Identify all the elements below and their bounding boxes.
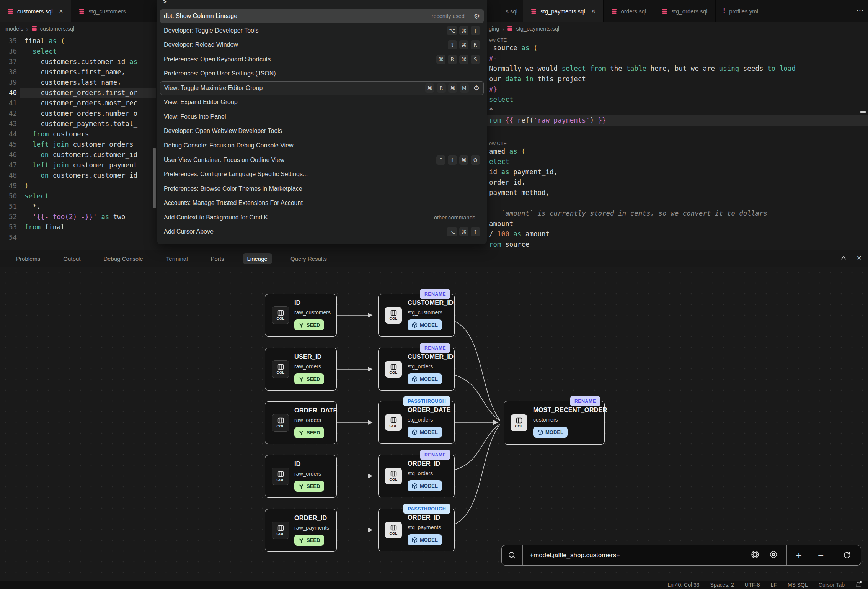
tab-label: s.sql bbox=[506, 8, 517, 15]
code-line: *, bbox=[24, 201, 41, 212]
code-line: customer_orders.most_rec bbox=[24, 98, 137, 108]
node-model-name: raw_orders bbox=[294, 363, 321, 370]
palette-item-preferences-open-user-settings-json[interactable]: Preferences: Open User Settings (JSON) bbox=[160, 67, 484, 80]
code-line: rom source bbox=[489, 239, 529, 250]
panel-tab-ports[interactable]: Ports bbox=[206, 253, 228, 264]
tab-profiles-yml[interactable]: !profiles.yml bbox=[716, 0, 767, 22]
lineage-node-order_id-stg_payments[interactable]: COLORDER_IDstg_paymentsMODELPASSTHROUGH bbox=[378, 509, 455, 551]
tab-s-sql[interactable]: s.sql bbox=[487, 0, 523, 22]
code-line: left join customer_orders bbox=[24, 139, 133, 150]
palette-item-preferences-browse-color-themes-in-marketplace[interactable]: Preferences: Browse Color Themes in Mark… bbox=[160, 182, 484, 196]
keybinding-chip: M bbox=[460, 83, 469, 93]
tab-label: stg_customers bbox=[88, 8, 126, 15]
keybinding-chip: R bbox=[471, 40, 480, 49]
zoom-out-button[interactable]: − bbox=[816, 550, 825, 561]
palette-item-developer-open-webview-developer-tools[interactable]: Developer: Open Webview Developer Tools bbox=[160, 124, 484, 138]
keybinding-chip: I bbox=[471, 26, 480, 35]
seed-badge: SEED bbox=[294, 481, 324, 492]
lineage-node-customer_id-stg_customers[interactable]: COLCUSTOMER_IDstg_customersMODELRENAME bbox=[378, 294, 455, 337]
palette-item-view-expand-editor-group[interactable]: View: Expand Editor Group bbox=[160, 95, 484, 109]
refresh-icon[interactable] bbox=[833, 545, 861, 565]
palette-item-label: Add Cursor Above bbox=[164, 228, 214, 235]
breadcrumb[interactable]: models›customers.sql bbox=[5, 22, 74, 35]
seed-badge: SEED bbox=[294, 427, 324, 438]
palette-item-preferences-configure-language-specific-settings[interactable]: Preferences: Configure Language Specific… bbox=[160, 167, 484, 181]
status-item-cursor-tab[interactable]: Cursor Tab bbox=[819, 582, 845, 588]
tab-group-right: s.sqlstg_payments.sql✕orders.sqlstg_orde… bbox=[487, 0, 766, 22]
palette-item-note: other commands bbox=[434, 214, 475, 221]
lineage-node-order_id-raw_payments[interactable]: COLORDER_IDraw_paymentsSEED bbox=[265, 509, 337, 552]
zoom-in-button[interactable]: + bbox=[795, 550, 803, 561]
status-item-ms-sql[interactable]: MS SQL bbox=[788, 582, 808, 588]
lineage-node-most_recent_order-customers[interactable]: COLMOST_RECENT_ORDERcustomersMODELRENAME bbox=[504, 401, 605, 445]
status-bar: Ln 40, Col 33Spaces: 2UTF-8LFMS SQLCurso… bbox=[0, 581, 868, 589]
status-item-lf[interactable]: LF bbox=[771, 582, 777, 588]
keybinding-chip: ⌘ bbox=[459, 227, 468, 236]
palette-item-developer-toggle-developer-tools[interactable]: Developer: Toggle Developer Tools⌥⌘I bbox=[160, 24, 484, 38]
lineage-node-id-raw_orders[interactable]: COLIDraw_ordersSEED bbox=[265, 455, 337, 498]
line-number: 52 bbox=[0, 212, 17, 222]
tab-stg_payments-sql[interactable]: stg_payments.sql✕ bbox=[523, 0, 604, 22]
palette-item-accounts-manage-trusted-extensions-for-account[interactable]: Accounts: Manage Trusted Extensions For … bbox=[160, 196, 484, 210]
status-item-utf-8[interactable]: UTF-8 bbox=[745, 582, 760, 588]
configure-keybinding-icon[interactable]: ⚙ bbox=[474, 12, 480, 20]
column-icon: COL bbox=[385, 468, 402, 484]
palette-item-view-focus-into-panel[interactable]: View: Focus into Panel bbox=[160, 110, 484, 124]
close-icon[interactable]: ✕ bbox=[591, 8, 596, 14]
notifications-bell-icon[interactable] bbox=[855, 582, 861, 588]
keybinding-chip: ⌘ bbox=[459, 155, 468, 165]
panel-tab-terminal[interactable]: Terminal bbox=[162, 253, 193, 264]
code-line: Normally we would select from the table … bbox=[489, 64, 796, 74]
code-editor-stg-payments[interactable]: ew CTE source as (#-Normally we would se… bbox=[487, 35, 868, 250]
palette-item-view-toggle-maximize-editor-group[interactable]: View: Toggle Maximize Editor Group⌘R⌘M⚙ bbox=[160, 81, 484, 95]
panel-tab-query-results[interactable]: Query Results bbox=[286, 253, 331, 264]
lineage-node-order_date-raw_orders[interactable]: COLORDER_DATEraw_ordersSEED bbox=[265, 401, 337, 444]
status-item-ln-40-col-33[interactable]: Ln 40, Col 33 bbox=[667, 582, 699, 588]
database-icon bbox=[507, 25, 513, 32]
lineage-node-id-raw_customers[interactable]: COLIDraw_customersSEED bbox=[265, 294, 337, 337]
palette-item-developer-reload-window[interactable]: Developer: Reload Window⇧⌘R bbox=[160, 38, 484, 52]
configure-keybinding-icon[interactable]: ⚙ bbox=[473, 84, 480, 92]
code-line: -- `amount` is currently stored in cents… bbox=[489, 208, 767, 219]
palette-item-debug-console-focus-on-debug-console-view[interactable]: Debug Console: Focus on Debug Console Vi… bbox=[160, 139, 484, 152]
panel-tab-problems[interactable]: Problems bbox=[11, 253, 45, 264]
line-number: 43 bbox=[0, 119, 17, 129]
line-number: 48 bbox=[0, 170, 17, 181]
code-editor-customers[interactable]: 35final as (36 select37 customers.custom… bbox=[0, 35, 156, 250]
passthrough-tag: PASSTHROUGH bbox=[403, 396, 450, 406]
panel-tab-lineage[interactable]: Lineage bbox=[243, 253, 272, 264]
lineage-graph-canvas[interactable]: COLIDraw_customersSEEDCOLUSER_IDraw_orde… bbox=[0, 267, 868, 581]
more-actions-icon[interactable]: ⋯ bbox=[856, 5, 864, 15]
panel-tab-output[interactable]: Output bbox=[59, 253, 85, 264]
palette-item-dbt-show-column-lineage[interactable]: dbt: Show Column Lineagerecently used⚙ bbox=[160, 9, 484, 23]
status-item-spaces-2[interactable]: Spaces: 2 bbox=[710, 582, 734, 588]
panel-tab-debug-console[interactable]: Debug Console bbox=[99, 253, 147, 264]
database-icon bbox=[611, 8, 617, 14]
lineage-node-order_id-stg_orders[interactable]: COLORDER_IDstg_ordersMODELRENAME bbox=[378, 455, 455, 497]
aperture-icon[interactable] bbox=[751, 550, 759, 560]
lineage-node-customer_id-stg_orders[interactable]: COLCUSTOMER_IDstg_ordersMODELRENAME bbox=[378, 348, 455, 391]
tab-customers-sql[interactable]: customers.sql✕ bbox=[0, 0, 71, 22]
line-number: 39 bbox=[0, 77, 17, 88]
palette-item-user-view-container-focus-on-outline-view[interactable]: User View Container: Focus on Outline Vi… bbox=[160, 153, 484, 167]
close-icon[interactable]: ✕ bbox=[59, 8, 64, 14]
code-line: order_id, bbox=[489, 177, 525, 188]
keybinding-chip: ↑ bbox=[471, 227, 480, 236]
lineage-node-order_date-stg_orders[interactable]: COLORDER_DATEstg_ordersMODELPASSTHROUGH bbox=[378, 401, 455, 444]
palette-item-add-context-to-background-for-cmd-k[interactable]: Add Context to Background for Cmd Kother… bbox=[160, 211, 484, 224]
palette-item-preferences-open-keyboard-shortcuts[interactable]: Preferences: Open Keyboard Shortcuts⌘R⌘S bbox=[160, 52, 484, 66]
node-title: USER_ID bbox=[294, 353, 322, 360]
tab-stg_customers[interactable]: stg_customers bbox=[71, 0, 134, 22]
palette-item-add-cursor-above[interactable]: Add Cursor Above⌥⌘↑ bbox=[160, 225, 484, 239]
breadcrumb[interactable]: ging›stg_payments.sql bbox=[489, 22, 559, 35]
tab-stg_orders-sql[interactable]: stg_orders.sql bbox=[654, 0, 715, 22]
editor-scrollbar[interactable] bbox=[153, 148, 156, 208]
panel-close-icon[interactable]: ✕ bbox=[857, 254, 862, 262]
tab-orders-sql[interactable]: orders.sql bbox=[604, 0, 654, 22]
focus-target-icon[interactable] bbox=[769, 550, 778, 560]
lineage-search-input[interactable] bbox=[523, 551, 742, 559]
lineage-node-user_id-raw_orders[interactable]: COLUSER_IDraw_ordersSEED bbox=[265, 348, 337, 391]
code-line: amount bbox=[489, 219, 513, 229]
panel-maximize-icon[interactable] bbox=[840, 255, 847, 262]
keybinding-chip: R bbox=[437, 83, 446, 93]
